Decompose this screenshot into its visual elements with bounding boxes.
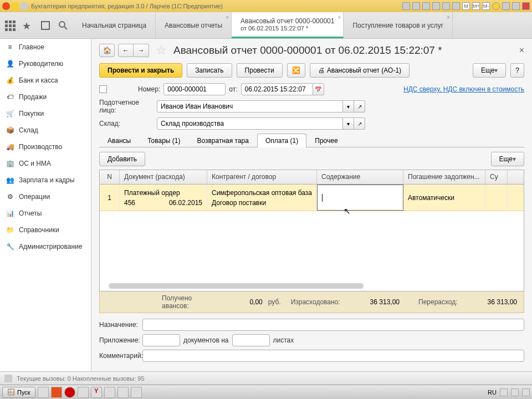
sidebar-item-bank[interactable]: 💰Банк и касса <box>0 72 91 89</box>
taskbar-item[interactable] <box>64 387 75 398</box>
table-row[interactable]: 1 Платежный ордер 45606.02.2015 Симфероп… <box>100 185 524 211</box>
taskbar-item[interactable]: Y <box>91 387 102 398</box>
sidebar-item-warehouse[interactable]: 📦Склад <box>0 122 91 139</box>
tb-icon[interactable] <box>442 2 450 10</box>
search-icon[interactable] <box>58 20 69 31</box>
sidebar-item-admin[interactable]: 🔧Администрирование <box>0 238 91 255</box>
tb-m-minus-icon[interactable]: M- <box>482 2 490 10</box>
tray-icon[interactable] <box>522 388 530 396</box>
sidebar-item-main[interactable]: ≡Главное <box>0 39 91 55</box>
tab-returnable[interactable]: Возвратная тара <box>188 134 257 147</box>
col-repayment[interactable]: Погашение задолжен... <box>403 170 485 184</box>
number-field[interactable] <box>163 83 226 95</box>
checkbox[interactable] <box>99 85 107 93</box>
forward-button[interactable]: → <box>134 44 149 57</box>
minimize-icon[interactable] <box>502 2 510 10</box>
info-icon[interactable] <box>492 2 500 10</box>
comment-field[interactable] <box>142 350 524 362</box>
dropdown-icon[interactable]: ▾ <box>343 117 354 130</box>
sidebar-item-purchases[interactable]: 🛒Покупки <box>0 105 91 122</box>
more-button[interactable]: Еще <box>473 63 506 78</box>
purpose-field[interactable] <box>142 319 524 331</box>
post-close-button[interactable]: Провести и закрыть <box>99 63 182 78</box>
traffic-icon[interactable] <box>11 2 19 10</box>
tab-home[interactable]: Начальная страница <box>73 12 156 38</box>
tab-advances[interactable]: Авансы <box>99 134 139 147</box>
favorite-icon[interactable]: ☆ <box>156 43 167 58</box>
person-field[interactable] <box>157 100 343 112</box>
docs-count-field[interactable] <box>142 334 180 346</box>
sheets-count-field[interactable] <box>232 334 270 346</box>
sidebar-item-assets[interactable]: 🏢ОС и НМА <box>0 155 91 172</box>
tb-icon[interactable] <box>422 2 430 10</box>
taskbar-item[interactable] <box>117 387 129 398</box>
save-button[interactable]: Записать <box>187 63 232 78</box>
svg-rect-7 <box>9 28 12 31</box>
tray-icon[interactable] <box>500 388 508 396</box>
date-field[interactable] <box>241 83 313 95</box>
taskbar-item[interactable] <box>51 387 62 398</box>
col-doc[interactable]: Документ (расхода) <box>120 170 207 184</box>
add-button[interactable]: Добавить <box>99 152 145 166</box>
star-icon[interactable]: ★ <box>22 20 33 31</box>
sidebar-item-manager[interactable]: 👤Руководителю <box>0 55 91 72</box>
tab-expense-report[interactable]: Авансовый отчет 0000-000001от 06.02.2015… <box>232 12 344 38</box>
tab-close-icon[interactable]: × <box>338 14 341 21</box>
vat-link[interactable]: НДС сверху. НДС включен в стоимость <box>403 85 524 93</box>
home-button[interactable]: 🏠 <box>99 44 115 57</box>
help-button[interactable]: ? <box>510 63 524 78</box>
taskbar-item[interactable] <box>38 387 49 398</box>
tb-icon[interactable] <box>432 2 440 10</box>
apps-icon[interactable] <box>4 20 16 31</box>
calendar-icon[interactable]: 📅 <box>313 83 324 95</box>
tab-other[interactable]: Прочее <box>306 134 346 147</box>
warehouse-field[interactable] <box>157 117 343 130</box>
col-content[interactable]: Содержание <box>317 170 403 184</box>
tb-m-plus-icon[interactable]: M+ <box>472 2 480 10</box>
tb-m-icon[interactable]: M <box>462 2 470 10</box>
sidebar-item-sales[interactable]: 🏷Продажи <box>0 89 91 105</box>
traffic-icon[interactable] <box>20 2 28 10</box>
sidebar-item-production[interactable]: 🚚Производство <box>0 139 91 155</box>
col-sum[interactable]: Су <box>485 170 508 184</box>
tray-icon[interactable] <box>511 388 519 396</box>
cell-doc[interactable]: Платежный ордер 45606.02.2015 <box>120 185 207 211</box>
tab-goods[interactable]: Товары (1) <box>139 134 188 147</box>
start-button[interactable]: 🪟 Пуск <box>2 387 35 398</box>
tab-close-icon[interactable]: × <box>447 14 450 21</box>
print-button[interactable]: 🖨 Авансовый отчет (АО-1) <box>310 63 410 78</box>
tb-icon[interactable] <box>412 2 420 10</box>
tab-close-icon[interactable]: × <box>226 14 229 21</box>
open-icon[interactable]: ↗ <box>354 100 365 112</box>
language-indicator[interactable]: RU <box>488 389 497 396</box>
tb-icon[interactable] <box>452 2 460 10</box>
sidebar-item-payroll[interactable]: 👥Зарплата и кадры <box>0 172 91 188</box>
tb-icon[interactable] <box>402 2 410 10</box>
col-n[interactable]: N <box>100 170 120 184</box>
sidebar-item-operations[interactable]: ⚙Операции <box>0 188 91 205</box>
taskbar-item[interactable] <box>78 387 89 398</box>
dropdown-icon[interactable]: ▾ <box>343 100 354 112</box>
tab-goods-receipt[interactable]: Поступление товаров и услуг× <box>344 12 453 38</box>
cell-repayment[interactable]: Автоматически <box>403 185 485 211</box>
taskbar-item[interactable] <box>131 387 142 398</box>
taskbar-item[interactable] <box>104 387 115 398</box>
close-page-button[interactable]: × <box>519 45 524 55</box>
post-button[interactable]: Провести <box>237 63 283 78</box>
cell-counterparty[interactable]: Симферопольская оптовая база Договор пос… <box>207 185 317 211</box>
tab-reports[interactable]: Авансовые отчеты× <box>156 12 232 38</box>
close-icon[interactable] <box>522 2 530 10</box>
cell-sum[interactable] <box>485 185 508 211</box>
back-button[interactable]: ← <box>118 44 134 57</box>
cell-content-editing[interactable] <box>317 185 403 211</box>
maximize-icon[interactable] <box>512 2 520 10</box>
history-icon[interactable] <box>40 20 51 31</box>
tab-payment[interactable]: Оплата (1) <box>257 134 306 147</box>
col-counterparty[interactable]: Контрагент / договор <box>207 170 317 184</box>
open-icon[interactable]: ↗ <box>354 117 365 130</box>
sidebar-item-reports[interactable]: 📊Отчеты <box>0 205 91 222</box>
sidebar-item-catalogs[interactable]: 📁Справочники <box>0 222 91 238</box>
horizontal-scrollbar[interactable] <box>109 283 364 289</box>
dt-kt-button[interactable]: 🔀 <box>287 63 305 78</box>
table-more-button[interactable]: Еще <box>491 152 524 166</box>
